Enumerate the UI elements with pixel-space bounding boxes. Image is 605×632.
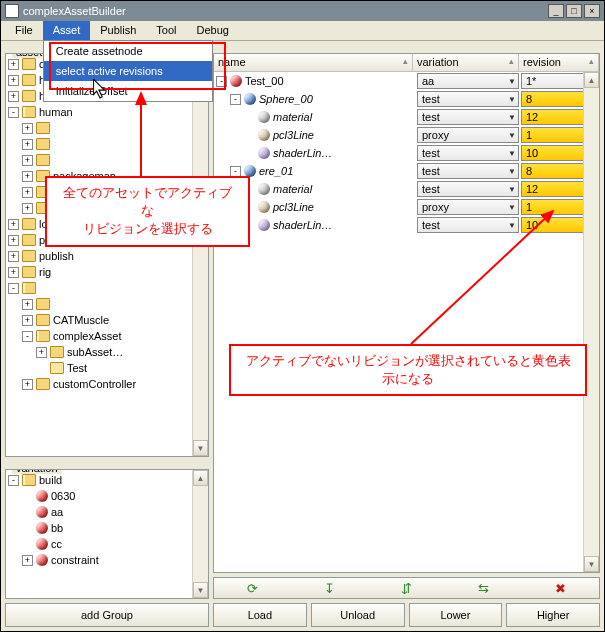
tree-toggle[interactable]: + [22,315,33,326]
col-name[interactable]: name [214,54,413,71]
tree-item[interactable]: + [8,136,208,152]
unload-button[interactable]: Unload [311,603,405,627]
tree-item[interactable]: bb [8,520,208,536]
variation-combo[interactable]: test▼ [417,163,519,179]
tree-toggle[interactable]: + [8,59,19,70]
tree-toggle[interactable]: - [8,475,19,486]
grid-row[interactable]: -ere_01test▼8▼ [214,162,599,180]
tree-item[interactable]: +customController [8,376,208,392]
tree-item[interactable]: + [8,120,208,136]
tree-toggle[interactable]: + [22,203,33,214]
import-icon[interactable]: ↧ [322,580,338,596]
tree-item[interactable]: + [8,296,208,312]
col-revision[interactable]: revision [519,54,599,71]
tree-item[interactable]: - [8,280,208,296]
menu-debug[interactable]: Debug [187,21,239,41]
tree-toggle[interactable]: + [8,91,19,102]
variation-combo[interactable]: test▼ [417,91,519,107]
variation-combo[interactable]: test▼ [417,217,519,233]
variation-combo[interactable]: proxy▼ [417,127,519,143]
scroll-down-icon[interactable]: ▼ [193,440,208,456]
tree-item[interactable]: -complexAsset [8,328,208,344]
swap-icon[interactable]: ⇆ [476,580,492,596]
grid-row[interactable]: -Sphere_00test▼8▼ [214,90,599,108]
scroll-up-icon[interactable]: ▲ [584,72,599,88]
variation-tree[interactable]: -build0630aabbcc+constraint [6,470,208,598]
tree-toggle[interactable]: - [22,331,33,342]
tree-toggle[interactable]: + [8,75,19,86]
load-button[interactable]: Load [213,603,307,627]
tree-item[interactable]: -human [8,104,208,120]
variation-combo[interactable]: test▼ [417,181,519,197]
tree-item[interactable]: +subAsset… [8,344,208,360]
tree-toggle[interactable]: + [22,171,33,182]
grid-row[interactable]: pcl3Lineproxy▼1▼ [214,126,599,144]
refresh-icon[interactable]: ⟳ [245,580,261,596]
col-variation[interactable]: variation [413,54,519,71]
tree-toggle[interactable]: + [22,555,33,566]
tree-toggle[interactable]: + [8,267,19,278]
variation-combo[interactable]: proxy▼ [417,199,519,215]
menu-asset[interactable]: Asset Create assetnode select active rev… [43,21,91,41]
tree-toggle[interactable]: + [22,155,33,166]
delete-icon[interactable]: ✖ [553,580,569,596]
menu-initialize-offset[interactable]: Initialize Offset [44,81,212,101]
window: complexAssetBuilder _ □ × File Asset Cre… [0,0,605,632]
tree-item[interactable]: +constraint [8,552,208,568]
tree-item[interactable]: Test [8,360,208,376]
tree-item[interactable]: + [8,152,208,168]
tree-toggle[interactable]: + [22,123,33,134]
grid-row[interactable]: shaderLin…test▼10▼ [214,216,599,234]
tree-label: constraint [51,554,99,566]
tree-toggle[interactable]: + [22,379,33,390]
maximize-button[interactable]: □ [566,4,582,18]
tree-item[interactable]: aa [8,504,208,520]
tree-toggle[interactable]: + [22,299,33,310]
menu-publish[interactable]: Publish [90,21,146,41]
menu-create-assetnode[interactable]: Create assetnode [44,41,212,61]
tree-item[interactable]: -build [8,472,208,488]
titlebar[interactable]: complexAssetBuilder _ □ × [1,1,604,21]
variation-combo[interactable]: test▼ [417,145,519,161]
menu-select-active-revisions[interactable]: select active revisions [44,61,212,81]
tree-item[interactable]: +CATMuscle [8,312,208,328]
grid-row[interactable]: materialtest▼12▼ [214,180,599,198]
tree-item[interactable]: 0630 [8,488,208,504]
add-group-button[interactable]: add Group [5,603,209,627]
grid-row[interactable]: pcl3Lineproxy▼1▼ [214,198,599,216]
tree-toggle[interactable]: + [22,139,33,150]
variation-scrollbar[interactable]: ▲ ▼ [192,470,208,598]
tree-toggle[interactable]: + [8,251,19,262]
tree-toggle[interactable]: - [8,283,19,294]
tree-toggle[interactable]: + [22,187,33,198]
grid-scrollbar[interactable]: ▲ ▼ [583,72,599,572]
tree-toggle[interactable]: - [230,94,241,105]
scroll-down-icon[interactable]: ▼ [193,582,208,598]
variation-combo[interactable]: aa▼ [417,73,519,89]
tree-item[interactable]: cc [8,536,208,552]
close-button[interactable]: × [584,4,600,18]
tree-toggle[interactable]: + [8,219,19,230]
tree-toggle[interactable]: + [8,235,19,246]
minimize-button[interactable]: _ [548,4,564,18]
lower-button[interactable]: Lower [409,603,503,627]
asset-tree[interactable]: +comp+hoge+hoge2-human++++packageman+sat… [6,54,208,456]
tree-item[interactable]: +publish [8,248,208,264]
tree-toggle[interactable]: + [36,347,47,358]
tree-toggle[interactable]: - [230,166,241,177]
reorder-icon[interactable]: ⇵ [399,580,415,596]
tree-item[interactable]: +rig [8,264,208,280]
asset-scrollbar[interactable]: ▲ ▼ [192,54,208,456]
grid-row[interactable]: -Test_00aa▼1*▼ [214,72,599,90]
variation-combo[interactable]: test▼ [417,109,519,125]
menu-file[interactable]: File [5,21,43,41]
scroll-up-icon[interactable]: ▲ [193,470,208,486]
tree-toggle[interactable]: - [216,76,227,87]
grid-row[interactable]: shaderLin…test▼10▼ [214,144,599,162]
grid-row[interactable]: materialtest▼12▼ [214,108,599,126]
scroll-down-icon[interactable]: ▼ [584,556,599,572]
tree-toggle[interactable]: - [8,107,19,118]
higher-button[interactable]: Higher [506,603,600,627]
folder-icon [22,250,36,262]
menu-tool[interactable]: Tool [146,21,186,41]
